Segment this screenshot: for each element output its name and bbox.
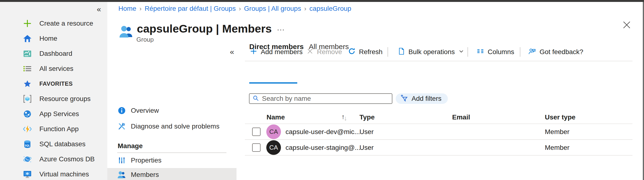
breadcrumb-directory-groups[interactable]: Répertoire par défaut | Groups [144, 5, 236, 12]
avatar-initials: CA [269, 144, 278, 151]
cosmos-db-icon [22, 155, 33, 164]
avatar: CA [266, 140, 281, 155]
table-row[interactable]: CA capsule-user-staging@... User Member [245, 140, 632, 156]
page-title-group-name: capsuleGroup [137, 22, 213, 35]
column-header-type[interactable]: Type [360, 113, 374, 121]
window-right-edge [643, 2, 644, 180]
search-input[interactable]: Search by name [249, 93, 392, 104]
star-icon [22, 80, 33, 88]
more-options-icon[interactable]: … [276, 23, 286, 32]
sidebar-item-label: Function App [40, 125, 78, 133]
toolbar-separator [388, 47, 388, 57]
toolbar-divider [245, 61, 632, 61]
page-title: capsuleGroup | Members [137, 22, 272, 35]
breadcrumb-separator: › [239, 5, 241, 12]
svg-text:SQL: SQL [25, 144, 30, 147]
page-subtitle: Group [136, 36, 154, 43]
sidebar-item-virtual-machines[interactable]: Virtual machines [0, 167, 107, 180]
sidebar-item-label: All services [40, 65, 74, 73]
cell-type: User [360, 144, 374, 152]
breadcrumb-separator: › [304, 5, 306, 12]
row-divider [245, 155, 632, 156]
column-header-user-type[interactable]: User type [545, 113, 576, 121]
cell-user-type: Member [545, 144, 570, 152]
search-placeholder: Search by name [262, 95, 311, 102]
sidebar-item-app-services[interactable]: App Services [0, 106, 107, 121]
table-header: Name ↑↓ Type Email User type [245, 111, 632, 124]
sidebar-item-home[interactable]: Home [0, 31, 107, 46]
members-icon [117, 171, 126, 179]
sidebar-item-label: Create a resource [40, 20, 93, 27]
sidebar-collapse-icon[interactable]: « [97, 5, 101, 14]
breadcrumb-separator: › [140, 5, 142, 12]
properties-icon [117, 156, 126, 165]
chevron-down-icon [458, 48, 464, 56]
breadcrumb-home[interactable]: Home [118, 5, 136, 12]
add-filter-icon [400, 94, 409, 103]
table-row[interactable]: CA capsule-user-dev@mic... User Member [245, 124, 632, 140]
tab-direct-members[interactable]: Direct members [249, 43, 304, 51]
sort-icon[interactable]: ↑↓ [342, 113, 348, 121]
cell-type: User [360, 128, 374, 136]
cell-name[interactable]: capsule-user-staging@... [286, 144, 360, 152]
tab-all-members[interactable]: All members [309, 43, 349, 51]
sidebar-item-resource-groups[interactable]: Resource groups [0, 91, 107, 106]
sidebar-item-dashboard[interactable]: Dashboard [0, 46, 107, 61]
sidebar-section-favorites: FAVORITES [0, 76, 107, 91]
sidebar-section-label: FAVORITES [40, 81, 73, 87]
add-filters-button[interactable]: Add filters [396, 93, 448, 104]
group-menu-label: Members [131, 171, 159, 179]
refresh-icon [348, 48, 356, 57]
dashboard-icon [22, 49, 33, 58]
breadcrumb-capsulegroup[interactable]: capsuleGroup [310, 5, 351, 12]
portal-sidebar: « Create a resource Home Dashboard All s… [0, 2, 107, 180]
column-header-email[interactable]: Email [452, 113, 470, 121]
sql-databases-icon: SQL [22, 140, 33, 149]
tools-icon [117, 122, 126, 131]
columns-label: Columns [488, 48, 514, 56]
sidebar-item-function-app[interactable]: Function App [0, 121, 107, 136]
group-menu-item-members[interactable]: Members [107, 168, 236, 180]
got-feedback-button[interactable]: Got feedback? [528, 45, 583, 59]
virtual-machines-icon [22, 170, 33, 179]
got-feedback-label: Got feedback? [540, 48, 583, 56]
group-menu-item-diagnose[interactable]: Diagnose and solve problems [107, 119, 236, 134]
feedback-icon [528, 48, 536, 57]
group-menu-collapse-icon[interactable]: « [230, 47, 234, 56]
group-menu-label: Diagnose and solve problems [131, 123, 220, 130]
members-pane: Add members Remove Refresh Bulk operatio… [245, 43, 634, 180]
breadcrumb-all-groups[interactable]: Groups | All groups [244, 5, 301, 12]
columns-button[interactable]: Columns [476, 45, 514, 59]
search-icon [252, 95, 259, 102]
group-icon [118, 24, 134, 40]
function-app-icon [22, 124, 33, 134]
cell-user-type: Member [545, 128, 570, 136]
group-menu-section-manage: Manage [118, 142, 143, 150]
sidebar-item-azure-cosmos-db[interactable]: Azure Cosmos DB [0, 152, 107, 167]
sidebar-item-label: App Services [40, 110, 79, 118]
group-menu-item-properties[interactable]: Properties [107, 153, 236, 168]
row-checkbox[interactable] [252, 143, 260, 152]
plus-icon [22, 19, 33, 28]
all-services-icon [22, 64, 33, 73]
group-menu-label: Properties [131, 157, 162, 164]
cell-name[interactable]: capsule-user-dev@mic... [286, 128, 360, 136]
sidebar-item-create-a-resource[interactable]: Create a resource [0, 16, 107, 31]
resource-groups-icon [22, 94, 33, 103]
group-menu-label: Overview [131, 107, 159, 114]
top-bar [0, 0, 644, 2]
bulk-operations-label: Bulk operations [408, 48, 455, 56]
sidebar-item-label: Dashboard [40, 50, 72, 57]
active-tab-underline [249, 82, 297, 84]
sidebar-item-label: SQL databases [40, 140, 86, 148]
close-icon[interactable] [622, 20, 632, 30]
column-header-name[interactable]: Name [266, 113, 285, 121]
sidebar-item-all-services[interactable]: All services [0, 61, 107, 76]
refresh-button[interactable]: Refresh [348, 45, 382, 59]
group-menu-item-overview[interactable]: Overview [107, 103, 236, 118]
bulk-operations-button[interactable]: Bulk operations [398, 45, 464, 59]
row-checkbox[interactable] [252, 128, 260, 136]
sidebar-item-sql-databases[interactable]: SQL SQL databases [0, 136, 107, 152]
columns-icon [476, 48, 484, 56]
page-title-section: | Members [216, 22, 272, 35]
